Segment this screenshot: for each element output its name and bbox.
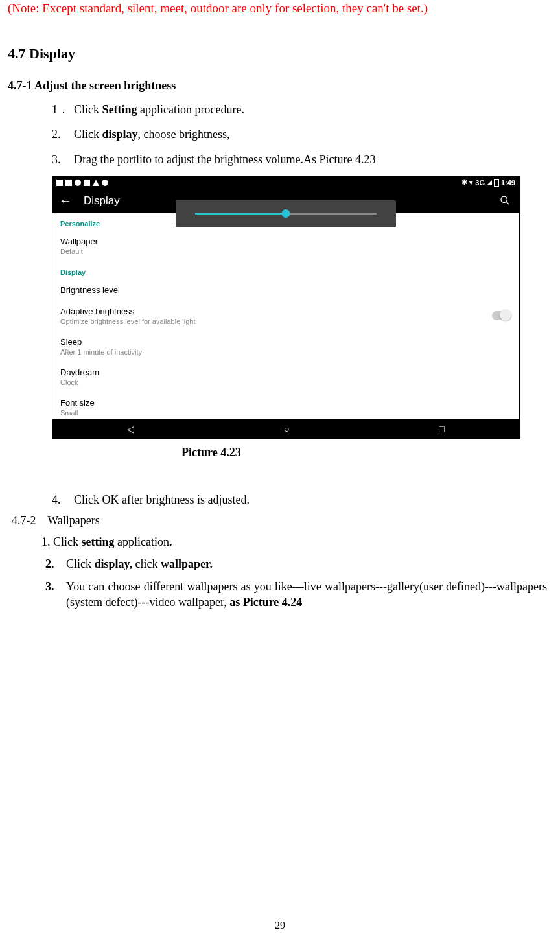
adaptive-brightness-toggle[interactable]	[492, 311, 511, 320]
slider-fill	[195, 213, 286, 215]
row-title: Brightness level	[60, 285, 511, 295]
status-icon	[65, 180, 72, 186]
step-text: 1. Click setting application.	[41, 534, 547, 550]
step-2: 2. Click display, choose brightness,	[52, 126, 547, 142]
figure-4-23: ✱ ▾ 3G 1:49 ← Display	[52, 176, 547, 460]
step-3: 3. Drag the portlito to adjust the brigh…	[52, 152, 547, 167]
page-number: 29	[0, 920, 560, 931]
svg-point-0	[501, 196, 507, 202]
section-heading: 4.7 Display	[8, 45, 547, 62]
note-text: (Note: Except standard, silent, meet, ou…	[8, 1, 547, 16]
row-subtitle: Optimize brightness level for available …	[60, 318, 492, 325]
status-icon	[75, 180, 81, 186]
row-subtitle: Clock	[60, 378, 511, 386]
brightness-slider-popup[interactable]	[176, 200, 396, 227]
sub2-step-3: 3. You can choose different wallpapers a…	[45, 579, 547, 611]
status-icon	[56, 180, 63, 186]
step-text: Click OK after brightness is adjusted.	[74, 492, 547, 507]
step-num: 3.	[52, 152, 74, 167]
status-icon	[102, 180, 108, 186]
section-header-display: Display	[52, 262, 519, 280]
step-num: 1．	[52, 102, 74, 117]
sub2-step-1: 1. Click setting application.	[41, 534, 547, 550]
slider-thumb[interactable]	[282, 209, 290, 218]
app-bar: ← Display	[52, 189, 519, 213]
step-num: 2.	[45, 556, 66, 572]
step-1: 1． Click Setting application procedure.	[52, 102, 547, 117]
row-title: Adaptive brightness	[60, 307, 492, 316]
slider-track[interactable]	[195, 213, 377, 215]
subsection-1-heading: 4.7-1 Adjust the screen brightness	[8, 79, 547, 93]
status-icon	[84, 180, 90, 186]
figure-caption: Picture 4.23	[181, 446, 547, 460]
row-title: Sleep	[60, 337, 511, 347]
nav-recent-icon[interactable]: □	[439, 424, 444, 434]
step-num: 2.	[52, 126, 74, 142]
row-subtitle: After 1 minute of inactivity	[60, 348, 511, 356]
step-num: 4.	[52, 492, 74, 507]
row-daydream[interactable]: Daydream Clock	[52, 362, 519, 393]
svg-line-1	[506, 202, 509, 204]
nav-back-icon[interactable]: ◁	[127, 424, 134, 434]
clock: 1:49	[501, 179, 515, 187]
status-icon	[93, 180, 99, 186]
step-text: Click display, choose brightness,	[74, 126, 547, 142]
nav-bar: ◁ ○ □	[52, 419, 519, 439]
signal-icon: ▾	[469, 178, 473, 187]
search-icon[interactable]	[500, 195, 510, 208]
step-num: 3.	[45, 579, 66, 611]
row-wallpaper[interactable]: Wallpaper Default	[52, 231, 519, 262]
row-title: Font size	[60, 398, 511, 408]
app-bar-title: Display	[84, 194, 120, 207]
row-subtitle: Default	[60, 248, 511, 255]
battery-icon	[494, 179, 499, 187]
row-adaptive-brightness[interactable]: Adaptive brightness Optimize brightness …	[52, 301, 519, 332]
row-brightness[interactable]: Brightness level	[52, 280, 519, 301]
back-icon[interactable]: ←	[59, 193, 72, 208]
row-sleep[interactable]: Sleep After 1 minute of inactivity	[52, 332, 519, 362]
sub2-step-2: 2. Click display, click wallpaper.	[45, 556, 547, 572]
step-text: Click Setting application procedure.	[74, 102, 547, 117]
signal-icon	[487, 180, 492, 185]
row-subtitle: Small	[60, 409, 511, 417]
status-bar: ✱ ▾ 3G 1:49	[52, 177, 519, 189]
step-text: You can choose different wallpapers as y…	[66, 579, 547, 611]
row-font-size[interactable]: Font size Small	[52, 393, 519, 419]
step-4: 4. Click OK after brightness is adjusted…	[52, 492, 547, 507]
subsection-2-heading: 4.7-2 Wallpapers	[12, 514, 547, 528]
row-title: Wallpaper	[60, 237, 511, 246]
nav-home-icon[interactable]: ○	[284, 424, 289, 434]
step-text: Drag the portlito to adjust the brightne…	[74, 152, 547, 167]
network-label: 3G	[475, 179, 485, 187]
row-title: Daydream	[60, 367, 511, 377]
bluetooth-icon: ✱	[461, 178, 467, 187]
step-text: Click display, click wallpaper.	[66, 556, 547, 572]
